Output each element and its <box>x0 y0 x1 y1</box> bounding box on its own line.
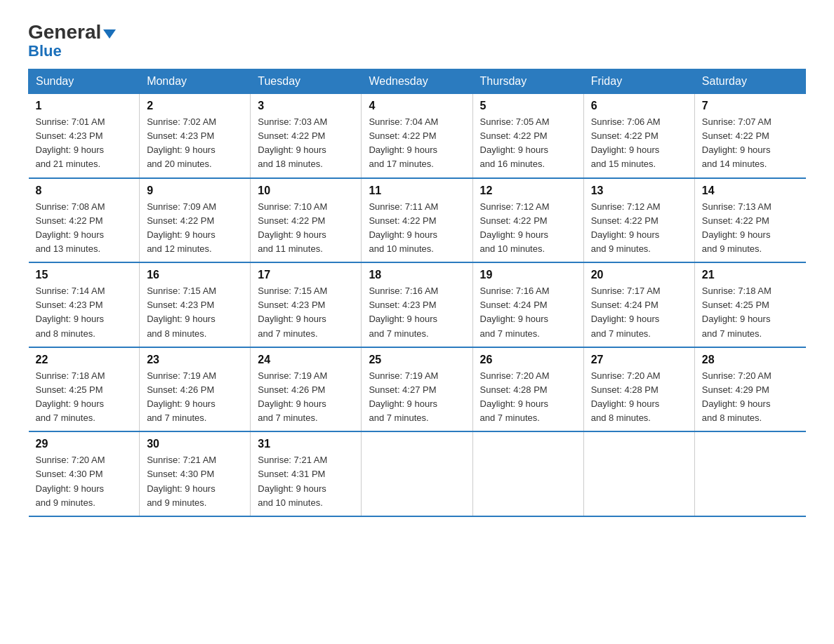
day-number: 3 <box>258 100 354 112</box>
calendar-day-cell: 5 Sunrise: 7:05 AM Sunset: 4:22 PM Dayli… <box>472 94 583 178</box>
day-number: 26 <box>480 354 576 366</box>
calendar-day-cell: 29 Sunrise: 7:20 AM Sunset: 4:30 PM Dayl… <box>29 431 140 516</box>
day-number: 10 <box>258 185 354 197</box>
day-info: Sunrise: 7:06 AM Sunset: 4:22 PM Dayligh… <box>591 115 687 172</box>
weekday-header-saturday: Saturday <box>694 69 805 94</box>
day-info: Sunrise: 7:04 AM Sunset: 4:22 PM Dayligh… <box>369 115 465 172</box>
calendar-day-cell: 13 Sunrise: 7:12 AM Sunset: 4:22 PM Dayl… <box>583 178 694 263</box>
calendar-day-cell: 15 Sunrise: 7:14 AM Sunset: 4:23 PM Dayl… <box>29 262 140 347</box>
calendar-day-cell: 28 Sunrise: 7:20 AM Sunset: 4:29 PM Dayl… <box>694 347 805 432</box>
day-number: 1 <box>36 100 133 112</box>
calendar-week-row: 15 Sunrise: 7:14 AM Sunset: 4:23 PM Dayl… <box>29 262 806 347</box>
day-info: Sunrise: 7:08 AM Sunset: 4:22 PM Dayligh… <box>36 200 133 257</box>
weekday-header-tuesday: Tuesday <box>251 69 362 94</box>
calendar-day-cell: 23 Sunrise: 7:19 AM Sunset: 4:26 PM Dayl… <box>140 347 251 432</box>
calendar-day-cell: 27 Sunrise: 7:20 AM Sunset: 4:28 PM Dayl… <box>583 347 694 432</box>
day-number: 17 <box>258 269 354 281</box>
calendar-week-row: 8 Sunrise: 7:08 AM Sunset: 4:22 PM Dayli… <box>29 178 806 263</box>
day-number: 13 <box>591 185 687 197</box>
day-info: Sunrise: 7:21 AM Sunset: 4:31 PM Dayligh… <box>258 453 354 510</box>
day-number: 8 <box>36 185 133 197</box>
calendar-day-cell: 11 Sunrise: 7:11 AM Sunset: 4:22 PM Dayl… <box>362 178 472 263</box>
day-number: 14 <box>702 185 799 197</box>
calendar-day-cell: 25 Sunrise: 7:19 AM Sunset: 4:27 PM Dayl… <box>362 347 472 432</box>
day-number: 21 <box>702 269 799 281</box>
day-number: 29 <box>36 438 133 450</box>
calendar-day-cell: 17 Sunrise: 7:15 AM Sunset: 4:23 PM Dayl… <box>251 262 362 347</box>
weekday-header-wednesday: Wednesday <box>362 69 472 94</box>
calendar-day-cell <box>362 431 472 516</box>
day-number: 28 <box>702 354 799 366</box>
calendar-day-cell <box>694 431 805 516</box>
day-number: 23 <box>147 354 243 366</box>
day-number: 31 <box>258 438 354 450</box>
weekday-row: SundayMondayTuesdayWednesdayThursdayFrid… <box>29 69 806 94</box>
calendar-day-cell <box>472 431 583 516</box>
logo-general: General <box>28 21 101 43</box>
day-number: 24 <box>258 354 354 366</box>
day-info: Sunrise: 7:20 AM Sunset: 4:28 PM Dayligh… <box>591 369 687 426</box>
day-number: 12 <box>480 185 576 197</box>
day-info: Sunrise: 7:02 AM Sunset: 4:23 PM Dayligh… <box>147 115 243 172</box>
day-number: 4 <box>369 100 465 112</box>
page-header: General Blue <box>28 21 806 60</box>
day-info: Sunrise: 7:19 AM Sunset: 4:26 PM Dayligh… <box>258 369 354 426</box>
calendar-day-cell: 6 Sunrise: 7:06 AM Sunset: 4:22 PM Dayli… <box>583 94 694 178</box>
day-number: 22 <box>36 354 133 366</box>
day-info: Sunrise: 7:18 AM Sunset: 4:25 PM Dayligh… <box>702 284 799 341</box>
calendar-body: 1 Sunrise: 7:01 AM Sunset: 4:23 PM Dayli… <box>29 94 806 516</box>
day-number: 30 <box>147 438 243 450</box>
calendar-week-row: 29 Sunrise: 7:20 AM Sunset: 4:30 PM Dayl… <box>29 431 806 516</box>
calendar-day-cell: 24 Sunrise: 7:19 AM Sunset: 4:26 PM Dayl… <box>251 347 362 432</box>
day-info: Sunrise: 7:11 AM Sunset: 4:22 PM Dayligh… <box>369 200 465 257</box>
day-info: Sunrise: 7:16 AM Sunset: 4:24 PM Dayligh… <box>480 284 576 341</box>
day-info: Sunrise: 7:20 AM Sunset: 4:29 PM Dayligh… <box>702 369 799 426</box>
day-info: Sunrise: 7:03 AM Sunset: 4:22 PM Dayligh… <box>258 115 354 172</box>
day-number: 25 <box>369 354 465 366</box>
day-number: 5 <box>480 100 576 112</box>
day-info: Sunrise: 7:15 AM Sunset: 4:23 PM Dayligh… <box>147 284 243 341</box>
calendar-day-cell: 10 Sunrise: 7:10 AM Sunset: 4:22 PM Dayl… <box>251 178 362 263</box>
day-info: Sunrise: 7:17 AM Sunset: 4:24 PM Dayligh… <box>591 284 687 341</box>
day-info: Sunrise: 7:01 AM Sunset: 4:23 PM Dayligh… <box>36 115 133 172</box>
calendar-day-cell: 31 Sunrise: 7:21 AM Sunset: 4:31 PM Dayl… <box>251 431 362 516</box>
day-number: 18 <box>369 269 465 281</box>
calendar-day-cell: 19 Sunrise: 7:16 AM Sunset: 4:24 PM Dayl… <box>472 262 583 347</box>
day-info: Sunrise: 7:19 AM Sunset: 4:27 PM Dayligh… <box>369 369 465 426</box>
calendar-week-row: 22 Sunrise: 7:18 AM Sunset: 4:25 PM Dayl… <box>29 347 806 432</box>
day-info: Sunrise: 7:12 AM Sunset: 4:22 PM Dayligh… <box>591 200 687 257</box>
calendar-day-cell: 1 Sunrise: 7:01 AM Sunset: 4:23 PM Dayli… <box>29 94 140 178</box>
calendar-day-cell: 20 Sunrise: 7:17 AM Sunset: 4:24 PM Dayl… <box>583 262 694 347</box>
day-info: Sunrise: 7:09 AM Sunset: 4:22 PM Dayligh… <box>147 200 243 257</box>
calendar-day-cell: 18 Sunrise: 7:16 AM Sunset: 4:23 PM Dayl… <box>362 262 472 347</box>
calendar-day-cell: 26 Sunrise: 7:20 AM Sunset: 4:28 PM Dayl… <box>472 347 583 432</box>
day-number: 7 <box>702 100 799 112</box>
calendar-day-cell: 7 Sunrise: 7:07 AM Sunset: 4:22 PM Dayli… <box>694 94 805 178</box>
day-info: Sunrise: 7:18 AM Sunset: 4:25 PM Dayligh… <box>36 369 133 426</box>
calendar-header: SundayMondayTuesdayWednesdayThursdayFrid… <box>29 69 806 94</box>
calendar-table: SundayMondayTuesdayWednesdayThursdayFrid… <box>28 69 806 517</box>
day-number: 16 <box>147 269 243 281</box>
day-number: 19 <box>480 269 576 281</box>
day-info: Sunrise: 7:21 AM Sunset: 4:30 PM Dayligh… <box>147 453 243 510</box>
calendar-day-cell: 8 Sunrise: 7:08 AM Sunset: 4:22 PM Dayli… <box>29 178 140 263</box>
day-number: 6 <box>591 100 687 112</box>
day-number: 11 <box>369 185 465 197</box>
calendar-day-cell: 14 Sunrise: 7:13 AM Sunset: 4:22 PM Dayl… <box>694 178 805 263</box>
calendar-day-cell: 22 Sunrise: 7:18 AM Sunset: 4:25 PM Dayl… <box>29 347 140 432</box>
day-number: 20 <box>591 269 687 281</box>
calendar-week-row: 1 Sunrise: 7:01 AM Sunset: 4:23 PM Dayli… <box>29 94 806 178</box>
calendar-day-cell: 12 Sunrise: 7:12 AM Sunset: 4:22 PM Dayl… <box>472 178 583 263</box>
logo: General Blue <box>28 21 116 60</box>
calendar-day-cell <box>583 431 694 516</box>
weekday-header-sunday: Sunday <box>29 69 140 94</box>
day-info: Sunrise: 7:15 AM Sunset: 4:23 PM Dayligh… <box>258 284 354 341</box>
day-info: Sunrise: 7:19 AM Sunset: 4:26 PM Dayligh… <box>147 369 243 426</box>
day-info: Sunrise: 7:12 AM Sunset: 4:22 PM Dayligh… <box>480 200 576 257</box>
calendar-day-cell: 3 Sunrise: 7:03 AM Sunset: 4:22 PM Dayli… <box>251 94 362 178</box>
logo-blue: Blue <box>28 42 62 60</box>
weekday-header-friday: Friday <box>583 69 694 94</box>
day-info: Sunrise: 7:13 AM Sunset: 4:22 PM Dayligh… <box>702 200 799 257</box>
logo-triangle-icon <box>103 29 116 39</box>
day-info: Sunrise: 7:10 AM Sunset: 4:22 PM Dayligh… <box>258 200 354 257</box>
